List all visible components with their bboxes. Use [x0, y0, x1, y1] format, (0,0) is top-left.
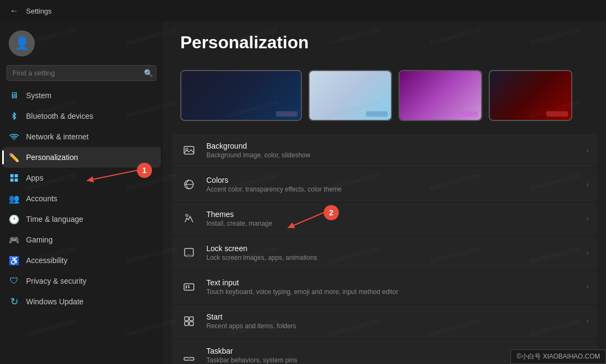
- theme-previews: [163, 70, 606, 134]
- background-text: Background Background image, color, slid…: [206, 142, 578, 159]
- back-button[interactable]: ←: [7, 3, 22, 18]
- sidebar-item-accounts[interactable]: 👥 Accounts: [2, 188, 161, 209]
- settings-item-start[interactable]: Start Recent apps and items, folders ›: [172, 305, 597, 338]
- svg-rect-1: [10, 174, 14, 177]
- theme-preview-blue[interactable]: [308, 70, 392, 121]
- sidebar-label-accounts: Accounts: [26, 194, 58, 203]
- sidebar-item-apps[interactable]: Apps: [2, 168, 161, 188]
- settings-item-colors[interactable]: Colors Accent color, transparency effect…: [172, 168, 597, 201]
- sidebar-label-privacy: Privacy & security: [26, 277, 86, 285]
- sidebar-label-system: System: [26, 91, 52, 100]
- sidebar-nav: 🖥 System Bluetooth & devices: [0, 85, 163, 360]
- svg-point-0: [14, 139, 15, 141]
- background-arrow: ›: [586, 146, 589, 154]
- privacy-icon: 🛡: [9, 276, 20, 286]
- sidebar-item-time[interactable]: 🕐 Time & language: [2, 209, 161, 229]
- themes-text: Themes Install, create, manage: [206, 210, 578, 227]
- textinput-icon: [180, 278, 198, 296]
- textinput-subtitle: Touch keyboard, voice typing, emoji and …: [206, 288, 578, 296]
- sidebar-item-system[interactable]: 🖥 System: [2, 85, 161, 106]
- start-icon: [180, 312, 198, 330]
- svg-rect-18: [190, 322, 193, 325]
- svg-rect-10: [186, 254, 192, 257]
- colors-title: Colors: [206, 176, 578, 184]
- sidebar-item-gaming[interactable]: 🎮 Gaming: [2, 229, 161, 250]
- sidebar-label-time: Time & language: [26, 215, 83, 223]
- start-title: Start: [206, 312, 578, 321]
- sidebar-label-network: Network & internet: [26, 132, 89, 141]
- search-box: 🔍: [7, 65, 156, 81]
- svg-rect-14: [188, 287, 190, 288]
- themes-subtitle: Install, create, manage: [206, 220, 578, 227]
- sidebar-item-update[interactable]: ↻ Windows Update: [2, 291, 161, 312]
- svg-rect-15: [185, 317, 188, 321]
- accessibility-icon: ♿: [9, 255, 20, 266]
- svg-rect-13: [188, 285, 190, 286]
- content-area: Personalization: [163, 22, 606, 364]
- sidebar-item-accessibility[interactable]: ♿ Accessibility: [2, 250, 161, 271]
- svg-point-8: [186, 214, 188, 216]
- search-button[interactable]: 🔍: [144, 69, 153, 78]
- accounts-icon: 👥: [9, 193, 20, 204]
- textinput-arrow: ›: [586, 283, 589, 291]
- avatar[interactable]: 👤: [9, 30, 35, 56]
- app-title: Settings: [26, 7, 52, 15]
- settings-item-background[interactable]: Background Background image, color, slid…: [172, 134, 597, 167]
- colors-arrow: ›: [586, 181, 589, 188]
- textinput-text: Text input Touch keyboard, voice typing,…: [206, 278, 578, 296]
- theme-preview-purple[interactable]: [399, 70, 482, 121]
- sidebar-label-update: Windows Update: [26, 297, 84, 306]
- settings-item-textinput[interactable]: Text input Touch keyboard, voice typing,…: [172, 271, 597, 304]
- time-icon: 🕐: [9, 214, 20, 225]
- lockscreen-icon: [180, 244, 198, 261]
- titlebar: ← Settings: [0, 0, 606, 22]
- sidebar-item-personalization[interactable]: ✏️ Personalization: [2, 147, 161, 168]
- sidebar-item-network[interactable]: Network & internet: [2, 126, 161, 147]
- user-section: 👤: [0, 22, 163, 63]
- sidebar-label-bluetooth: Bluetooth & devices: [26, 112, 93, 120]
- svg-rect-17: [185, 322, 188, 325]
- bluetooth-icon: [9, 111, 20, 122]
- lockscreen-text: Lock screen Lock screen images, apps, an…: [206, 244, 578, 261]
- themes-title: Themes: [206, 210, 578, 219]
- lockscreen-arrow: ›: [586, 249, 589, 257]
- background-subtitle: Background image, color, slideshow: [206, 151, 578, 159]
- themes-arrow: ›: [586, 215, 589, 222]
- colors-subtitle: Accent color, transparency effects, colo…: [206, 186, 578, 193]
- start-subtitle: Recent apps and items, folders: [206, 322, 578, 330]
- svg-rect-2: [15, 174, 18, 177]
- sidebar-item-privacy[interactable]: 🛡 Privacy & security: [2, 271, 161, 291]
- settings-item-lockscreen[interactable]: Lock screen Lock screen images, apps, an…: [172, 237, 597, 270]
- sidebar-label-personalization: Personalization: [26, 153, 78, 162]
- svg-rect-12: [186, 285, 187, 289]
- sidebar-item-bluetooth[interactable]: Bluetooth & devices: [2, 106, 161, 126]
- textinput-title: Text input: [206, 278, 578, 287]
- taskbar-icon: [180, 347, 198, 364]
- colors-icon: [180, 176, 198, 193]
- page-title: Personalization: [180, 33, 589, 53]
- colors-text: Colors Accent color, transparency effect…: [206, 176, 578, 193]
- svg-rect-3: [10, 178, 14, 182]
- svg-rect-16: [190, 317, 193, 321]
- svg-rect-20: [188, 357, 190, 360]
- sidebar-label-apps: Apps: [26, 174, 43, 182]
- sidebar-label-gaming: Gaming: [26, 235, 53, 244]
- lockscreen-subtitle: Lock screen images, apps, animations: [206, 254, 578, 261]
- settings-item-themes[interactable]: Themes Install, create, manage ›: [172, 202, 597, 235]
- svg-rect-4: [15, 178, 18, 182]
- sidebar-label-accessibility: Accessibility: [26, 256, 67, 265]
- network-icon: [9, 131, 20, 142]
- theme-preview-dark[interactable]: [180, 70, 302, 121]
- theme-preview-red[interactable]: [489, 70, 572, 121]
- themes-icon: [180, 210, 198, 227]
- start-text: Start Recent apps and items, folders: [206, 312, 578, 330]
- gaming-icon: 🎮: [9, 234, 20, 245]
- lockscreen-title: Lock screen: [206, 244, 578, 253]
- search-input[interactable]: [7, 65, 156, 81]
- personalization-icon: ✏️: [9, 152, 20, 163]
- sidebar: 👤 🔍 🖥 System: [0, 22, 163, 364]
- watermark-badge: ©小白号 XIAOBAIHAO.COM: [510, 349, 606, 364]
- system-icon: 🖥: [9, 90, 20, 101]
- start-arrow: ›: [586, 317, 589, 325]
- apps-icon: [9, 173, 20, 183]
